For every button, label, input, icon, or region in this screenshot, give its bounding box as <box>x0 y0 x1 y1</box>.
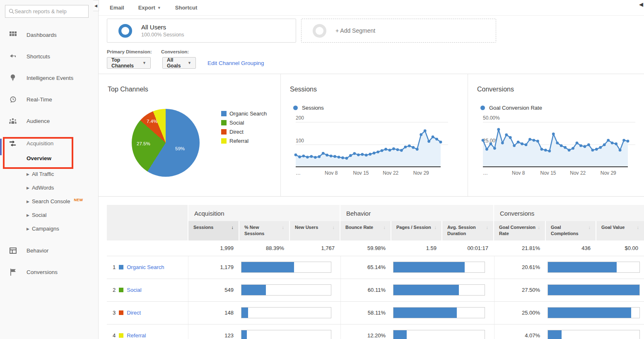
edit-channel-grouping-link[interactable]: Edit Channel Grouping <box>207 60 264 66</box>
row-rank: 3 <box>113 310 116 316</box>
sidebar-item-label: Audience <box>27 118 50 124</box>
conversions-section: Conversions Goal Conversion Rate 50.00%2… <box>468 74 644 196</box>
column-header-avg-duration[interactable]: Avg. Session Duration↓ <box>442 221 494 240</box>
overview-charts-panel: Top Channels 59% 27.5% 7.4% Organic Sear… <box>99 74 644 197</box>
legend-dot-icon <box>480 106 485 110</box>
sidebar-item-search-console[interactable]: ▶Search ConsoleNEW <box>27 195 98 208</box>
sidebar-item-conversions[interactable]: Conversions <box>0 261 98 283</box>
channel-cell: 2Social <box>107 279 188 301</box>
bar-track <box>548 307 640 318</box>
chevron-down-icon: ▼ <box>142 61 146 65</box>
email-button[interactable]: Email <box>110 5 124 11</box>
conversion-dropdown[interactable]: All Goals▼ <box>162 57 196 69</box>
x-axis-label: Nov 8 <box>325 170 338 176</box>
table-column-headers: Sessions↓ % New Sessions↓ New Users↓ Bou… <box>188 221 644 240</box>
sessions-line-chart: 200100 <box>296 115 441 167</box>
sort-icon: ↓ <box>637 224 639 237</box>
add-segment-button[interactable]: + Add Segment <box>301 19 496 43</box>
bounce-bar <box>393 308 457 318</box>
bounce-bar-cell <box>391 284 494 296</box>
sidebar-item-intelligence-events[interactable]: Intelligence Events <box>0 67 98 89</box>
chart-title: Conversions <box>468 74 644 93</box>
row-rank: 4 <box>113 332 116 339</box>
column-header-goal-completions[interactable]: Goal Completions↓ <box>546 221 596 240</box>
legend-swatch-icon <box>221 120 227 125</box>
table-row: 4Referral12312.20%4.07% <box>107 325 644 339</box>
expand-triangle-icon: ▶ <box>27 200 29 204</box>
sessions-bar-cell <box>239 284 340 296</box>
new-badge: NEW <box>74 198 83 202</box>
report-toolbar: Email Export▼ Shortcut <box>99 0 644 16</box>
channel-link[interactable]: Social <box>127 287 141 293</box>
shortcut-arrow-icon <box>9 53 17 60</box>
x-axis-label: … <box>483 170 488 176</box>
goal-rate-bar <box>548 262 617 272</box>
goal-bar-cell <box>546 284 644 296</box>
pie-slice-label: 7.4% <box>147 119 157 124</box>
segment-subtitle: 100.00% Sessions <box>141 32 184 38</box>
sort-icon: ↓ <box>333 224 335 237</box>
sidebar-item-dashboards[interactable]: Dashboards <box>0 24 98 46</box>
x-axis-label: Nov 29 <box>601 170 616 176</box>
total-pages-session: 1.59 <box>391 240 442 256</box>
sessions-bar-cell <box>239 307 340 318</box>
bar-track <box>548 284 640 296</box>
sidebar-nav: Dashboards Shortcuts Intelligence Events… <box>0 24 98 283</box>
chart-title: Sessions <box>281 74 468 93</box>
chevron-down-icon: ▼ <box>188 61 191 65</box>
sidebar-item-audience[interactable]: Audience <box>0 110 98 132</box>
realtime-clock-icon <box>9 96 17 103</box>
pie-slice-label: 59% <box>175 146 185 151</box>
sort-icon: ↓ <box>434 224 437 237</box>
sessions-value: 1,179 <box>188 264 239 270</box>
sidebar-item-overview[interactable]: Overview <box>0 150 98 167</box>
primary-dimension-dropdown[interactable]: Top Channels▼ <box>107 57 151 69</box>
column-header-new-sessions[interactable]: % New Sessions↓ <box>239 221 290 240</box>
column-header-goal-rate[interactable]: Goal Conversion Rate↓ <box>494 221 546 240</box>
total-bounce-rate: 59.98% <box>340 240 391 256</box>
search-box[interactable] <box>5 5 89 18</box>
channel-link[interactable]: Direct <box>127 310 141 316</box>
bounce-bar <box>393 262 465 272</box>
row-rank: 1 <box>113 264 116 270</box>
bar-track <box>393 262 485 273</box>
column-header-pages-session[interactable]: Pages / Session↓ <box>391 221 442 240</box>
total-goal-completions: 436 <box>546 240 596 256</box>
sidebar-item-acquisition[interactable]: Acquisition <box>0 132 98 150</box>
search-input[interactable] <box>14 8 85 14</box>
channel-swatch-icon <box>119 288 123 292</box>
column-header-bounce-rate[interactable]: Bounce Rate↓ <box>340 221 391 240</box>
sidebar-collapse-button[interactable]: ◀ <box>93 0 99 11</box>
channel-link[interactable]: Referral <box>127 332 146 339</box>
legend-swatch-icon <box>221 129 227 135</box>
sessions-value: 549 <box>188 287 239 293</box>
panel-collapse-icon[interactable]: ◀ <box>639 1 643 7</box>
goal-rate-bar <box>548 308 631 318</box>
export-button[interactable]: Export▼ <box>138 5 161 11</box>
sidebar-item-all-traffic[interactable]: ▶All Traffic <box>27 167 98 181</box>
collapse-left-icon: ◀ <box>94 4 97 8</box>
sidebar-item-real-time[interactable]: Real-Time <box>0 89 98 110</box>
sidebar-item-campaigns[interactable]: ▶Campaigns <box>27 222 98 236</box>
column-header-sessions[interactable]: Sessions↓ <box>188 221 239 240</box>
bar-track <box>241 262 331 273</box>
sidebar-item-social[interactable]: ▶Social <box>27 208 98 222</box>
segment-all-users[interactable]: All Users 100.00% Sessions <box>107 19 296 43</box>
shortcut-button[interactable]: Shortcut <box>175 5 197 11</box>
sidebar-item-adwords[interactable]: ▶AdWords <box>27 181 98 195</box>
conversion-label: Conversion: <box>161 49 189 54</box>
legend-item: Organic Search <box>221 111 267 117</box>
x-axis-label: Nov 22 <box>383 170 398 176</box>
top-channels-section: Top Channels 59% 27.5% 7.4% Organic Sear… <box>99 74 281 196</box>
sidebar-item-shortcuts[interactable]: Shortcuts <box>0 46 98 67</box>
chart-title: Top Channels <box>99 74 280 93</box>
column-header-new-users[interactable]: New Users↓ <box>290 221 340 240</box>
channel-link[interactable]: Organic Search <box>127 264 164 270</box>
main-content: ◀ ◀ Email Export▼ Shortcut All Users 100… <box>99 0 644 339</box>
total-avg-duration: 00:01:17 <box>442 240 494 256</box>
sessions-bar <box>241 285 266 295</box>
sidebar-item-behavior[interactable]: Behavior <box>0 240 98 261</box>
conversions-legend: Goal Conversion Rate <box>480 105 542 111</box>
bar-track <box>393 284 485 296</box>
column-header-goal-value[interactable]: Goal Value↓ <box>596 221 644 240</box>
